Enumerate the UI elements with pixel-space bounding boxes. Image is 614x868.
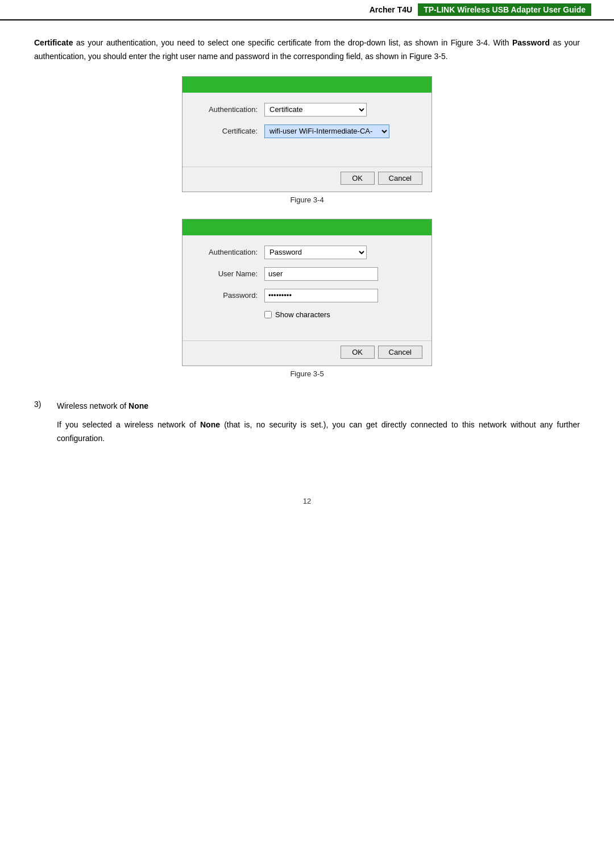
show-chars-row: Show characters (264, 310, 418, 319)
cert-label-fig4: Certificate: (196, 127, 264, 135)
figure4-wrapper: Authentication: Certificate Certificate:… (34, 76, 580, 214)
auth-row-fig5: Authentication: Password (196, 246, 418, 259)
username-row-fig5: User Name: (196, 267, 418, 281)
section3-body: If you selected a wireless network of No… (57, 418, 580, 446)
password-label-fig5: Password: (196, 291, 264, 300)
username-label-fig5: User Name: (196, 269, 264, 278)
figure4-titlebar (182, 77, 432, 93)
password-input-fig5[interactable] (264, 289, 378, 302)
auth-row-fig4: Authentication: Certificate (196, 103, 418, 117)
page-number: 12 (0, 497, 614, 505)
cert-row-fig4: Certificate: wifi-user WiFi-Intermediate… (196, 124, 418, 138)
figure4-body: Authentication: Certificate Certificate:… (182, 93, 432, 163)
cert-control-fig4: wifi-user WiFi-Intermediate-CA- (264, 124, 418, 138)
figure5-dialog: Authentication: Password User Name: Pass… (182, 219, 432, 366)
guide-title: TP-LINK Wireless USB Adapter User Guide (418, 3, 591, 16)
auth-select-fig4[interactable]: Certificate (264, 103, 367, 117)
show-chars-label: Show characters (275, 310, 330, 319)
password-control-fig5 (264, 289, 418, 302)
username-control-fig5 (264, 267, 418, 281)
figure5-wrapper: Authentication: Password User Name: Pass… (34, 219, 580, 388)
section3-number: 3) (34, 400, 57, 413)
username-input-fig5[interactable] (264, 267, 378, 281)
figure5-footer: OK Cancel (182, 340, 432, 366)
none-bold-title: None (128, 401, 148, 410)
figure5-body: Authentication: Password User Name: Pass… (182, 235, 432, 337)
auth-control-fig4: Certificate (264, 103, 418, 117)
model-label: Archer T4U (370, 5, 412, 14)
section3-item: 3) Wireless network of None (34, 400, 580, 413)
auth-select-fig5[interactable]: Password (264, 246, 367, 259)
fig4-ok-button[interactable]: OK (341, 172, 375, 185)
cert-select-fig4[interactable]: wifi-user WiFi-Intermediate-CA- (264, 124, 389, 138)
figure5-titlebar (182, 219, 432, 235)
auth-label-fig5: Authentication: (196, 248, 264, 256)
figure4-dialog: Authentication: Certificate Certificate:… (182, 76, 432, 192)
fig4-cancel-button[interactable]: Cancel (378, 172, 422, 185)
figure4-label: Figure 3-4 (290, 196, 323, 204)
page-header: Archer T4U TP-LINK Wireless USB Adapter … (0, 0, 614, 20)
section3: 3) Wireless network of None If you selec… (34, 400, 580, 446)
main-content: Certificate as your authentication, you … (0, 31, 614, 463)
auth-control-fig5: Password (264, 246, 418, 259)
show-chars-checkbox[interactable] (264, 311, 272, 318)
auth-label-fig4: Authentication: (196, 105, 264, 114)
password-row-fig5: Password: (196, 289, 418, 302)
none-bold-body: None (200, 420, 220, 429)
fig5-ok-button[interactable]: OK (341, 346, 375, 359)
figure5-label: Figure 3-5 (290, 369, 323, 378)
cert-bold-1: Certificate (34, 38, 73, 47)
intro-paragraph: Certificate as your authentication, you … (34, 36, 580, 64)
password-bold-1: Password (512, 38, 550, 47)
section3-title: Wireless network of None (57, 400, 148, 413)
fig5-cancel-button[interactable]: Cancel (378, 346, 422, 359)
figure4-footer: OK Cancel (182, 167, 432, 192)
